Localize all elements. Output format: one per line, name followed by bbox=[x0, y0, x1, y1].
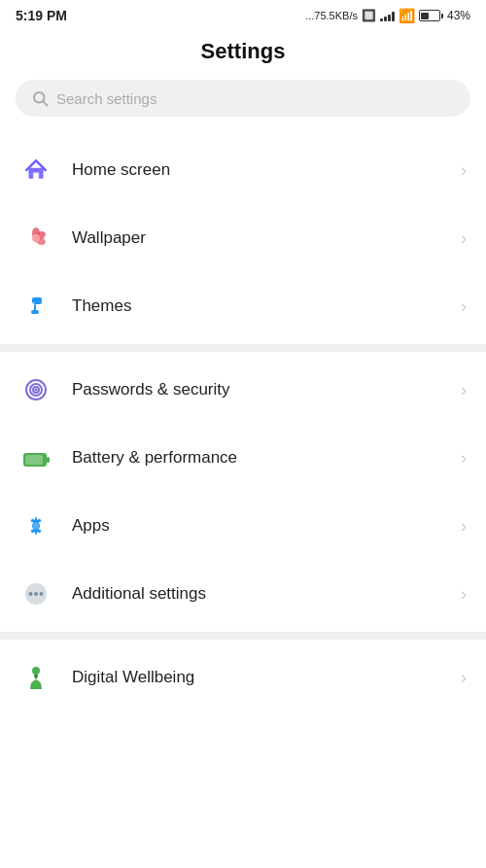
settings-item-digital-wellbeing[interactable]: Digital Wellbeing › bbox=[0, 643, 486, 712]
battery-performance-label: Battery & performance bbox=[72, 448, 461, 468]
settings-item-battery-performance[interactable]: Battery & performance › bbox=[0, 424, 486, 492]
svg-point-22 bbox=[34, 592, 38, 596]
wallpaper-icon-container bbox=[16, 218, 56, 259]
settings-item-wallpaper[interactable]: Wallpaper › bbox=[0, 204, 486, 272]
additional-settings-icon bbox=[22, 580, 50, 608]
settings-item-passwords-security[interactable]: Passwords & security › bbox=[0, 356, 486, 424]
search-bar[interactable]: Search settings bbox=[16, 80, 470, 117]
battery-icon bbox=[419, 10, 443, 21]
wifi-icon: 📶 bbox=[399, 8, 415, 23]
svg-line-1 bbox=[43, 101, 47, 105]
wallpaper-chevron: › bbox=[461, 228, 467, 249]
home-screen-icon-container bbox=[16, 150, 56, 191]
settings-item-themes[interactable]: Themes › bbox=[0, 272, 486, 340]
home-screen-label: Home screen bbox=[72, 160, 461, 180]
status-bar: 5:19 PM ...75.5KB/s 🔲 📶 43% bbox=[0, 0, 486, 27]
flower-icon bbox=[22, 225, 50, 252]
signal-bars-icon bbox=[380, 10, 395, 21]
svg-rect-2 bbox=[33, 172, 40, 179]
battery-performance-icon-container bbox=[16, 437, 56, 478]
svg-point-19 bbox=[33, 523, 40, 530]
settings-item-additional-settings[interactable]: Additional settings › bbox=[0, 560, 486, 628]
svg-rect-16 bbox=[47, 457, 50, 463]
page-title: Settings bbox=[0, 27, 486, 80]
search-container: Search settings bbox=[0, 80, 486, 136]
apps-icon bbox=[22, 512, 50, 539]
house-icon bbox=[23, 157, 49, 183]
svg-point-21 bbox=[29, 592, 33, 596]
divider-2 bbox=[0, 632, 486, 640]
apps-label: Apps bbox=[72, 516, 461, 536]
additional-settings-icon-container bbox=[16, 573, 56, 614]
network-speed: ...75.5KB/s bbox=[305, 10, 358, 21]
svg-point-6 bbox=[32, 234, 40, 242]
sim-icon: 🔲 bbox=[362, 9, 376, 22]
passwords-security-label: Passwords & security bbox=[72, 380, 461, 399]
passwords-security-icon-container bbox=[16, 369, 56, 410]
svg-rect-17 bbox=[25, 455, 43, 465]
themes-icon-container bbox=[16, 286, 56, 327]
svg-rect-8 bbox=[34, 304, 36, 311]
themes-label: Themes bbox=[72, 296, 461, 316]
additional-settings-chevron: › bbox=[461, 584, 467, 605]
home-screen-chevron: › bbox=[461, 160, 467, 181]
svg-point-14 bbox=[35, 389, 38, 392]
divider-1 bbox=[0, 344, 486, 352]
search-icon bbox=[31, 89, 49, 107]
search-placeholder: Search settings bbox=[56, 90, 156, 107]
settings-item-home-screen[interactable]: Home screen › bbox=[0, 136, 486, 204]
additional-settings-label: Additional settings bbox=[72, 584, 461, 604]
passwords-security-chevron: › bbox=[461, 380, 467, 400]
battery-percent: 43% bbox=[447, 9, 470, 22]
status-indicators: ...75.5KB/s 🔲 📶 43% bbox=[305, 8, 470, 23]
battery-performance-chevron: › bbox=[461, 448, 467, 469]
battery-performance-icon bbox=[20, 444, 52, 471]
themes-chevron: › bbox=[461, 296, 467, 317]
svg-rect-9 bbox=[31, 310, 39, 314]
wellbeing-icon bbox=[22, 664, 50, 691]
digital-wellbeing-chevron: › bbox=[461, 668, 467, 688]
svg-point-23 bbox=[40, 592, 44, 596]
themes-icon bbox=[22, 293, 50, 320]
wallpaper-label: Wallpaper bbox=[72, 228, 461, 248]
apps-chevron: › bbox=[461, 516, 467, 537]
status-time: 5:19 PM bbox=[16, 8, 67, 23]
svg-rect-10 bbox=[32, 302, 35, 305]
settings-item-apps[interactable]: Apps › bbox=[0, 492, 486, 560]
digital-wellbeing-icon-container bbox=[16, 657, 56, 698]
apps-icon-container bbox=[16, 505, 56, 546]
security-icon bbox=[22, 376, 50, 403]
svg-point-24 bbox=[32, 667, 40, 675]
digital-wellbeing-label: Digital Wellbeing bbox=[72, 668, 461, 687]
settings-list: Home screen › Wallpaper › Themes bbox=[0, 136, 486, 712]
